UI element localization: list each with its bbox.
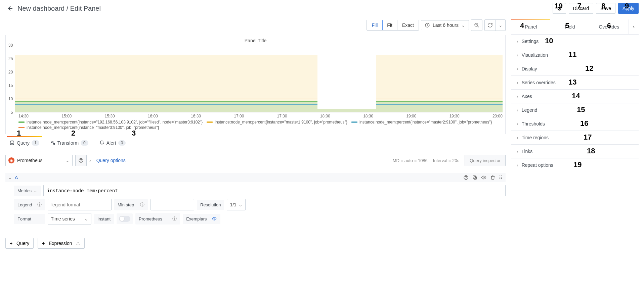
duplicate-icon[interactable] (472, 175, 477, 180)
right-tab-overrides[interactable]: Overrides 6 (590, 19, 629, 34)
fit-mode-group: Fill Fit Exact (367, 20, 419, 31)
instant-toggle-wrap (117, 213, 133, 224)
lower-tabs: Query 1 1 Transform 0 2 Alert 0 3 (5, 137, 506, 150)
datasource-help-button[interactable] (75, 155, 87, 166)
tab-alert[interactable]: Alert 0 (96, 137, 128, 150)
instant-toggle[interactable] (119, 216, 130, 222)
section-thresholds[interactable]: › Thresholds 16 (511, 117, 639, 131)
section-settings[interactable]: › Settings 10 (511, 35, 639, 48)
breadcrumb: New dashboard / Edit Panel (17, 5, 101, 12)
legend-input[interactable] (48, 199, 112, 210)
back-arrow-icon[interactable] (5, 4, 13, 12)
right-tab-field[interactable]: Field 5 (550, 19, 589, 34)
svg-point-12 (214, 218, 215, 219)
query-row-header[interactable]: ⌄ A ⠿ (5, 173, 506, 182)
section-time-regions[interactable]: › Time regions 17 (511, 131, 639, 145)
section-series-overrides[interactable]: › Series overrides 13 (511, 76, 639, 90)
metrics-input[interactable] (43, 185, 506, 196)
discard-button[interactable]: Discard (569, 3, 593, 14)
add-expression-button[interactable]: + Expression ⚠ (38, 238, 85, 249)
tab-label: Transform (57, 140, 79, 146)
visibility-icon[interactable] (481, 175, 487, 180)
resolution-label: Resolution (197, 200, 224, 210)
clock-icon (425, 22, 430, 28)
fill-segment[interactable]: Fill (367, 20, 383, 31)
chart-legend: instance:node_mem:percent{instance="192.… (8, 118, 503, 131)
svg-rect-4 (53, 143, 54, 145)
minstep-input[interactable] (151, 199, 194, 210)
info-icon[interactable]: ⓘ (37, 202, 42, 208)
annotation-13: 13 (568, 78, 576, 87)
format-label: Format (14, 214, 45, 224)
tab-query[interactable]: Query 1 (7, 137, 42, 150)
tab-count: 0 (118, 140, 126, 146)
time-range-picker[interactable]: Last 6 hours ⌄ (421, 20, 469, 30)
resolution-select[interactable]: 1/1⌄ (227, 199, 245, 210)
legend-item[interactable]: instance:node_mem:percent{instance="mast… (207, 120, 347, 124)
chevron-right-icon[interactable]: › (89, 158, 91, 163)
tab-label: Query (17, 140, 30, 146)
exact-segment[interactable]: Exact (397, 20, 419, 30)
metrics-label[interactable]: Metrics ⌄ (14, 186, 41, 196)
section-links[interactable]: › Links 18 (511, 145, 639, 158)
annotation-12: 12 (585, 64, 593, 73)
tab-count: 0 (81, 140, 88, 146)
legend-item[interactable]: instance:node_mem:percent{instance="mast… (18, 125, 159, 130)
chevron-right-icon: › (517, 94, 518, 99)
instant-label: Instant (94, 214, 114, 224)
collapse-sidebar-button[interactable]: › (629, 19, 639, 34)
trash-icon[interactable] (490, 175, 496, 180)
svg-point-11 (483, 177, 484, 178)
save-button[interactable]: Save (596, 3, 615, 14)
refresh-interval-dropdown[interactable]: ⌄ (496, 20, 505, 31)
refresh-button-group: ⌄ (484, 19, 506, 31)
legend-item[interactable]: instance:node_mem:percent{instance="192.… (18, 120, 203, 124)
zoom-out-button[interactable] (471, 19, 482, 31)
info-icon[interactable]: ⓘ (172, 216, 177, 222)
bell-icon (99, 140, 104, 146)
annotation-17: 17 (584, 133, 592, 142)
prometheus-icon: ◉ (8, 157, 14, 163)
chevron-down-icon: ⌄ (8, 175, 12, 180)
chevron-right-icon: › (633, 24, 635, 30)
drag-handle-icon[interactable]: ⠿ (499, 175, 503, 180)
query-inspector-button[interactable]: Query inspector (465, 155, 506, 166)
datasource-name: Prometheus (17, 158, 42, 163)
svg-point-2 (10, 141, 14, 142)
annotation-14: 14 (572, 92, 580, 100)
add-query-button[interactable]: + Query (5, 238, 34, 249)
apply-button[interactable]: Apply (618, 3, 639, 14)
section-axes[interactable]: › Axes 14 (511, 90, 639, 103)
section-repeat-options[interactable]: › Repeat options 19 (511, 158, 639, 172)
refresh-button[interactable] (485, 20, 496, 31)
section-visualization[interactable]: › Visualization 11 (511, 48, 639, 62)
panel-settings-button[interactable]: ⚙ (553, 3, 566, 14)
legend-label: Legendⓘ (14, 199, 45, 210)
exemplars-label: Exemplars (183, 214, 220, 224)
right-tab-panel[interactable]: Panel 4 (511, 19, 550, 34)
eye-icon[interactable] (212, 216, 217, 221)
tab-transform[interactable]: Transform 0 (47, 137, 91, 150)
prometheus-label: Prometheusⓘ (135, 213, 180, 224)
info-icon[interactable]: ⓘ (140, 202, 144, 208)
format-select[interactable]: Time series⌄ (48, 213, 91, 224)
chevron-right-icon: › (517, 162, 518, 168)
svg-point-6 (81, 161, 81, 162)
transform-icon (50, 140, 55, 146)
annotation-4: 4 (520, 21, 524, 30)
chevron-right-icon: › (517, 66, 518, 71)
section-legend[interactable]: › Legend 15 (511, 103, 639, 117)
time-range-label: Last 6 hours (433, 22, 459, 28)
query-options-link[interactable]: Query options (96, 158, 126, 163)
chevron-down-icon: ⌄ (66, 158, 70, 163)
interval-info: Interval = 20s (433, 158, 459, 163)
query-ref-id: A (15, 175, 18, 180)
datasource-select[interactable]: ◉ Prometheus ⌄ (5, 155, 73, 166)
legend-item[interactable]: instance:node_mem:percent{instance="mast… (351, 120, 492, 124)
section-display[interactable]: › Display 12 (511, 62, 639, 76)
fit-segment[interactable]: Fit (382, 20, 397, 30)
minstep-label: Min stepⓘ (114, 199, 148, 210)
chart-plot[interactable] (15, 45, 503, 112)
help-icon[interactable] (463, 175, 469, 180)
plus-icon: + (10, 241, 12, 246)
